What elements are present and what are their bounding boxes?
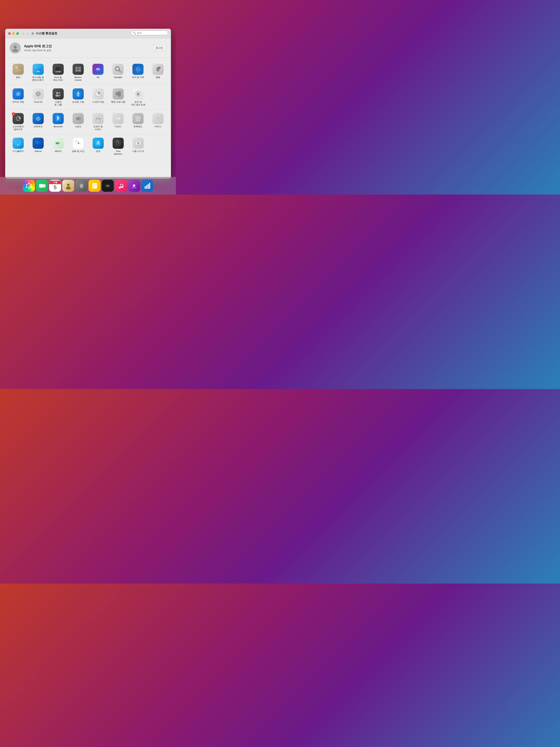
icon-desktop[interactable]: 데스크탑 및화면 보호기 xyxy=(28,62,48,83)
svg-rect-91 xyxy=(17,145,20,146)
icon-display-label: 디스플레이 xyxy=(12,150,24,153)
icon-battery[interactable]: 배터리 xyxy=(48,136,68,154)
title-bar: ‹ › ⊞ 시스템 환경설정 🔍 xyxy=(5,29,171,38)
icon-sidecar[interactable]: Sidecar xyxy=(28,136,48,154)
svg-rect-71 xyxy=(96,117,100,119)
svg-rect-81 xyxy=(117,119,118,119)
back-button[interactable]: ‹ xyxy=(22,31,25,36)
grid-view-button[interactable]: ⊞ xyxy=(31,32,34,35)
svg-rect-72 xyxy=(96,120,100,120)
dock-systemprefs[interactable] xyxy=(75,180,87,192)
dock-podcasts[interactable] xyxy=(128,180,140,192)
apple-id-title: Apple ID에 로그인 xyxy=(24,44,152,48)
svg-point-119 xyxy=(30,184,32,185)
forward-button[interactable]: › xyxy=(26,31,29,36)
icon-timemachine[interactable]: TimeMachine xyxy=(108,136,128,157)
icon-notifications[interactable]: 알림 xyxy=(148,62,168,80)
login-button[interactable]: 로그인 xyxy=(152,45,166,51)
icon-printer-label: 프린터 및스캐너 xyxy=(93,125,103,131)
icon-users[interactable]: 사용자및 그룹 xyxy=(48,87,68,107)
dock-appletv[interactable]: tv xyxy=(102,180,114,192)
nav-buttons: ‹ › xyxy=(22,31,29,36)
dock-calendar[interactable]: 12월 5 xyxy=(49,180,61,192)
svg-rect-56 xyxy=(118,91,121,94)
icon-mouse-label: 마우스 xyxy=(155,125,161,128)
svg-point-120 xyxy=(30,186,32,188)
icon-sound[interactable]: 사운드 xyxy=(68,112,88,129)
icon-touchid[interactable]: Touch ID xyxy=(28,87,48,104)
fullscreen-button[interactable] xyxy=(16,32,19,35)
svg-rect-76 xyxy=(115,118,116,118)
icon-bluetooth-label: Bluetooth xyxy=(54,125,62,128)
icon-general[interactable]: 일반 xyxy=(8,62,28,80)
icon-printer[interactable]: 프린터 및스캐너 xyxy=(88,112,108,132)
svg-point-43 xyxy=(58,92,60,94)
icon-security[interactable]: 보안 및개인 정보 보호 xyxy=(128,87,148,107)
svg-rect-3 xyxy=(16,69,18,69)
icon-siri[interactable]: Siri xyxy=(88,62,108,80)
svg-rect-8 xyxy=(35,67,41,71)
icon-screentime[interactable]: 스크린 타임 xyxy=(88,87,108,104)
icon-sharing[interactable]: 공유 xyxy=(88,136,108,154)
dock-stats[interactable] xyxy=(141,180,153,192)
icon-battery-label: 배터리 xyxy=(55,150,61,153)
svg-rect-78 xyxy=(118,118,119,118)
svg-rect-97 xyxy=(60,143,61,144)
icon-display[interactable]: 디스플레이 xyxy=(8,136,28,154)
minimize-button[interactable] xyxy=(12,32,15,35)
dock: 12월 5 tv xyxy=(0,177,176,195)
icon-keyboard[interactable]: 키보드 xyxy=(108,112,128,129)
svg-rect-144 xyxy=(148,184,149,189)
icon-language-label: 언어 및 지역 xyxy=(132,76,144,79)
icon-siri-label: Siri xyxy=(97,76,100,79)
svg-marker-125 xyxy=(44,184,45,188)
svg-rect-80 xyxy=(115,119,116,119)
svg-point-0 xyxy=(14,46,17,49)
icon-mission[interactable]: MissionControl xyxy=(68,62,88,83)
icon-general-label: 일반 xyxy=(16,76,20,79)
icon-software[interactable]: 1 소프트웨어업데이트 xyxy=(8,112,28,132)
icon-grid: 일반 데스크탑 및화면 보호기 Dock 및메뉴 막대 MissionContr… xyxy=(5,58,171,161)
svg-text:tv: tv xyxy=(107,185,108,187)
svg-rect-124 xyxy=(39,184,44,188)
icon-language[interactable]: 언어 및 지역 xyxy=(128,62,148,80)
svg-rect-21 xyxy=(78,69,81,72)
icon-internet[interactable]: @ 인터넷 계정 xyxy=(8,87,28,104)
icon-trackpad[interactable]: 트랙패드 xyxy=(128,112,148,129)
icon-mouse[interactable]: 마우스 xyxy=(148,112,168,129)
icon-spotlight[interactable]: Spotlight xyxy=(108,62,128,80)
icon-accessibility-label: 손쉬운 사용 xyxy=(72,101,84,103)
svg-point-53 xyxy=(98,93,99,95)
apple-id-section: Apple ID에 로그인 iCloud, App Store 등 설정 로그인 xyxy=(5,38,171,58)
dock-contacts[interactable] xyxy=(62,180,74,192)
search-bar[interactable]: 🔍 xyxy=(131,31,168,35)
icon-sharing-label: 공유 xyxy=(96,150,100,153)
svg-point-114 xyxy=(138,145,139,146)
close-button[interactable] xyxy=(8,32,11,35)
dock-music[interactable] xyxy=(115,180,127,192)
icon-extensions[interactable]: 확장 프로그램 xyxy=(108,87,128,104)
dock-photos[interactable] xyxy=(23,180,35,192)
icon-bluetooth[interactable]: Bluetooth xyxy=(48,112,68,129)
svg-point-123 xyxy=(26,184,27,185)
svg-point-44 xyxy=(58,95,61,97)
icon-network[interactable]: 네트워크 xyxy=(28,112,48,129)
svg-rect-9 xyxy=(37,71,39,72)
svg-rect-20 xyxy=(75,69,78,72)
svg-rect-93 xyxy=(35,141,39,144)
svg-point-31 xyxy=(159,67,161,69)
icon-datetime[interactable]: 17 날짜 및 시간 xyxy=(68,136,88,154)
search-input[interactable] xyxy=(137,31,165,34)
svg-rect-77 xyxy=(117,118,118,118)
icon-network-label: 네트워크 xyxy=(34,125,43,128)
icon-accessibility[interactable]: 손쉬운 사용 xyxy=(68,87,88,104)
icon-startup[interactable]: 시동 디스크 xyxy=(128,136,148,154)
icon-dock[interactable]: Dock 및메뉴 막대 xyxy=(48,62,68,83)
svg-rect-145 xyxy=(149,183,150,189)
svg-text:@: @ xyxy=(16,92,20,96)
svg-rect-89 xyxy=(16,141,21,144)
svg-rect-129 xyxy=(92,183,97,188)
svg-point-122 xyxy=(26,186,27,188)
dock-facetime[interactable] xyxy=(36,180,48,192)
dock-notes[interactable] xyxy=(88,180,101,192)
